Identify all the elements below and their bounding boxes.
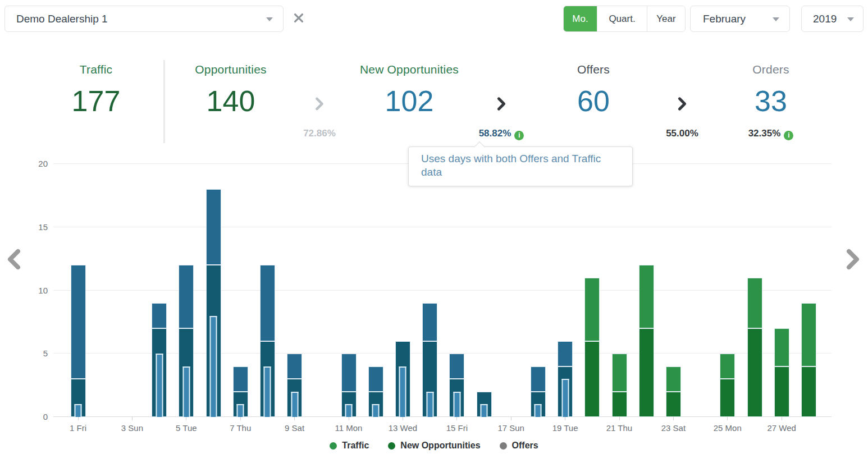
bar-traffic-segment <box>179 265 194 328</box>
bar-offers-inner <box>399 366 406 417</box>
bar-day-7[interactable] <box>233 366 248 417</box>
stat-traffic-value: 177 <box>17 86 175 116</box>
bar-traffic-segment <box>747 278 762 328</box>
bar-day-5[interactable] <box>179 265 194 417</box>
bar-traffic-segment <box>152 303 167 328</box>
chevron-down-icon <box>266 17 273 21</box>
chart-next-button[interactable] <box>843 243 862 278</box>
dealership-select-value: Demo Dealership 1 <box>16 13 108 25</box>
stat-orders-label: Orders <box>692 63 849 76</box>
period-toggle-quarter[interactable]: Quart. <box>597 6 647 31</box>
bar-day-1[interactable] <box>71 265 86 417</box>
stat-new-opportunities: New Opportunities 102 <box>331 63 488 116</box>
bar-offers-inner <box>426 392 433 417</box>
info-icon[interactable] <box>514 131 524 140</box>
month-select[interactable]: February <box>690 6 790 32</box>
bar-traffic-segment <box>368 366 383 392</box>
bar-new-opportunities-segment <box>774 366 789 417</box>
bar-new-opportunities-segment <box>612 392 627 417</box>
gridline-15 <box>53 227 832 227</box>
x-axis-label: 9 Sat <box>271 423 318 433</box>
bar-new-opportunities-segment <box>720 379 735 417</box>
bar-day-21[interactable] <box>612 354 627 417</box>
bar-day-4[interactable] <box>152 303 167 417</box>
chart-prev-button[interactable] <box>4 243 24 278</box>
bar-day-23[interactable] <box>666 366 681 417</box>
gridline-0 <box>53 416 832 417</box>
bar-day-12[interactable] <box>368 366 383 417</box>
x-axis-label: 3 Sun <box>108 423 156 433</box>
y-axis-label: 15 <box>23 222 48 232</box>
x-axis-tick <box>782 417 782 420</box>
bar-new-opportunities-segment <box>666 392 681 417</box>
x-axis-label: 5 Tue <box>163 423 210 433</box>
bar-day-25[interactable] <box>720 354 735 417</box>
bar-day-13[interactable] <box>395 341 410 417</box>
chevron-down-icon <box>773 17 779 21</box>
y-axis-label: 10 <box>23 286 48 295</box>
bar-day-20[interactable] <box>584 278 600 417</box>
x-axis-label: 17 Sun <box>487 423 534 433</box>
month-select-value: February <box>703 13 746 25</box>
period-toggle-year[interactable]: Year <box>647 6 685 31</box>
stat-orders-value: 33 <box>692 86 849 116</box>
bar-day-14[interactable] <box>422 303 437 417</box>
stat-traffic-label: Traffic <box>17 63 175 76</box>
tooltip-caret <box>474 141 485 153</box>
bar-day-6[interactable] <box>206 189 221 417</box>
bar-offers-inner <box>453 392 460 417</box>
bar-day-8[interactable] <box>260 265 275 417</box>
x-axis-tick <box>132 417 133 420</box>
bar-offers-inner <box>237 404 244 417</box>
stat-new-opportunities-label: New Opportunities <box>331 63 488 76</box>
legend-item-new-opportunities[interactable]: New Opportunities <box>388 441 480 451</box>
bar-day-18[interactable] <box>531 366 546 417</box>
stat-offers-value: 60 <box>515 86 672 116</box>
info-icon[interactable] <box>784 131 793 140</box>
bar-offers-inner <box>264 366 271 417</box>
x-axis-tick <box>565 417 565 420</box>
year-select-value: 2019 <box>813 13 837 25</box>
bar-traffic-segment <box>422 303 437 341</box>
bar-traffic-segment <box>449 354 464 379</box>
x-axis-label: 23 Sat <box>650 423 697 433</box>
year-select[interactable]: 2019 <box>801 6 864 32</box>
stat-opportunities-label: Opportunities <box>152 63 309 76</box>
chart-legend: TrafficNew OpportunitiesOffers <box>0 441 868 451</box>
chevron-right-icon <box>676 95 688 114</box>
bar-traffic-segment <box>233 366 248 392</box>
period-toggle-month[interactable]: Mo. <box>564 6 597 31</box>
bar-day-16[interactable] <box>477 392 492 417</box>
stat-orders: Orders 33 <box>692 63 849 116</box>
x-axis-label: 25 Mon <box>704 423 751 433</box>
bar-traffic-segment <box>639 265 654 328</box>
orders-conversion-percent: 32.35% <box>748 128 781 139</box>
chevron-right-icon <box>313 95 326 114</box>
x-axis-tick <box>619 417 620 420</box>
orders-conversion-row: 32.35% <box>709 128 833 140</box>
legend-item-offers[interactable]: Offers <box>500 441 538 451</box>
legend-label: Offers <box>512 441 538 451</box>
bar-day-22[interactable] <box>639 265 654 417</box>
bar-day-27[interactable] <box>774 328 789 417</box>
bar-offers-inner <box>156 354 163 417</box>
dealership-select[interactable]: Demo Dealership 1 <box>4 6 284 32</box>
bar-new-opportunities-segment <box>584 341 600 417</box>
bar-day-19[interactable] <box>558 341 573 417</box>
bar-day-11[interactable] <box>341 354 357 417</box>
stat-opportunities: Opportunities 140 <box>152 63 309 116</box>
bar-traffic-segment <box>287 354 302 379</box>
x-axis-label: 13 Wed <box>379 423 426 433</box>
bar-traffic-segment <box>584 278 600 341</box>
legend-item-traffic[interactable]: Traffic <box>330 441 369 451</box>
bar-offers-inner <box>291 392 298 417</box>
bar-day-26[interactable] <box>747 278 762 417</box>
close-icon[interactable] <box>293 12 305 24</box>
x-axis-tick <box>727 417 728 420</box>
bar-day-9[interactable] <box>287 354 302 417</box>
y-axis-label: 20 <box>23 159 48 168</box>
bar-day-28[interactable] <box>801 303 816 417</box>
bar-day-15[interactable] <box>449 354 464 417</box>
conversion-percent: 58.82% <box>479 128 511 139</box>
x-axis-label: 19 Tue <box>542 423 589 433</box>
